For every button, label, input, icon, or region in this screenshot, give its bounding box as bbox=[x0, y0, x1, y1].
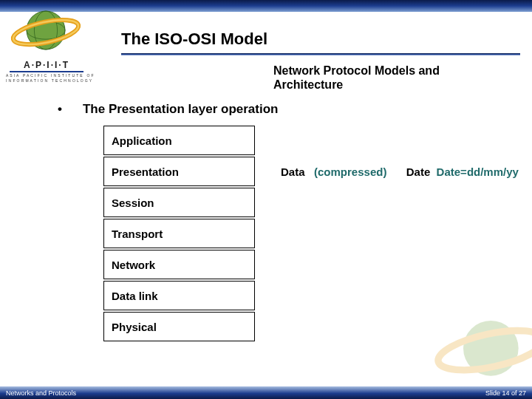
annotation-data-label: Data bbox=[281, 166, 305, 178]
layer-physical: Physical bbox=[103, 312, 255, 341]
footer-right: Slide 14 of 27 bbox=[485, 389, 526, 397]
slide-subtitle: Network Protocol Models and Architecture bbox=[273, 64, 480, 92]
title-underline bbox=[121, 53, 520, 55]
bullet-dot-icon: • bbox=[58, 102, 62, 117]
footer-band: Networks and Protocols Slide 14 of 27 bbox=[0, 386, 532, 399]
slide-title: The ISO-OSI Model bbox=[121, 30, 267, 49]
apiit-underline bbox=[10, 71, 83, 72]
osi-layer-stack: Application Presentation Session Transpo… bbox=[103, 126, 255, 343]
layer-presentation: Presentation bbox=[103, 157, 255, 186]
layer-transport: Transport bbox=[103, 219, 255, 248]
slide: The ISO-OSI Model A·P·I·I·T A S I A P A … bbox=[0, 0, 532, 399]
annotation-date-label: Date bbox=[406, 166, 431, 178]
layer-datalink: Data link bbox=[103, 281, 255, 310]
bullet-text: The Presentation layer operation bbox=[83, 102, 279, 117]
presentation-annotation: Data (compressed) Date Date=dd/mm/yy bbox=[281, 166, 519, 178]
bullet-row: • The Presentation layer operation bbox=[58, 102, 278, 117]
annotation-date-value: Date=dd/mm/yy bbox=[437, 166, 519, 178]
globe-logo-icon bbox=[4, 1, 87, 59]
annotation-compressed: (compressed) bbox=[314, 166, 386, 178]
svg-point-6 bbox=[463, 321, 519, 376]
footer-left: Networks and Protocols bbox=[6, 389, 76, 397]
apiit-subtitle-line1: A S I A P A C I F I C I N S T I T U T E … bbox=[6, 74, 87, 78]
apiit-letters: A·P·I·I·T bbox=[6, 61, 87, 69]
layer-session: Session bbox=[103, 188, 255, 217]
apiit-logo-block: A·P·I·I·T A S I A P A C I F I C I N S T … bbox=[6, 61, 87, 83]
watermark-globe-icon bbox=[414, 290, 532, 393]
svg-point-7 bbox=[434, 323, 532, 378]
apiit-subtitle-line2: I N F O R M A T I O N T E C H N O L O G … bbox=[6, 79, 87, 83]
layer-network: Network bbox=[103, 250, 255, 279]
layer-application: Application bbox=[103, 126, 255, 155]
